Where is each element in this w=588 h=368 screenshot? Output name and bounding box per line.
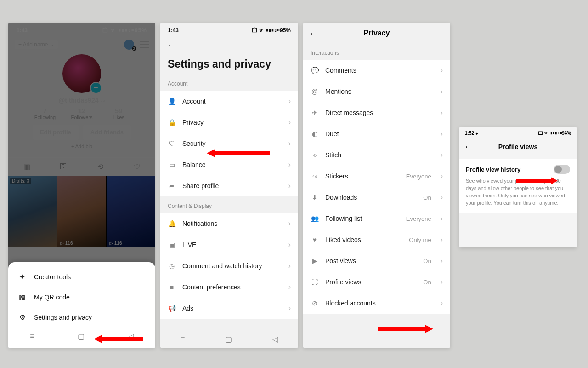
profile-tabs: ▥ ⚿ ⟲ ♡ xyxy=(8,157,155,176)
row-value: On xyxy=(423,258,431,264)
section-interactions-label: Interactions xyxy=(303,43,450,60)
edit-profile-button[interactable]: Edit profile xyxy=(33,125,79,140)
status-time: 1:43 xyxy=(17,27,28,34)
screen-privacy: ← Privacy Interactions 💬Comments› @Menti… xyxy=(303,23,450,348)
video-grid: Drafts: 3 ▷ 116 ▷ 116 xyxy=(8,176,155,247)
tab-private-icon[interactable]: ⚿ xyxy=(45,158,82,176)
row-following-list[interactable]: 👥Following listEveryone› xyxy=(303,208,450,229)
status-icons: ⏍ ᯤ ▮▯▮▯◧94% xyxy=(538,131,571,136)
chevron-right-icon: › xyxy=(441,66,443,75)
status-time: 1:43 xyxy=(168,27,179,34)
row-liked-videos[interactable]: ♥Liked videosOnly me› xyxy=(303,229,450,250)
clock-icon: ◷ xyxy=(168,262,176,270)
view-count: ▷ 116 xyxy=(109,241,122,246)
chevron-right-icon: › xyxy=(288,118,291,126)
footsteps-icon: ⛶ xyxy=(311,278,319,286)
row-ads[interactable]: 📢Ads› xyxy=(160,298,298,319)
person-icon: 👤 xyxy=(168,98,176,105)
row-direct-messages[interactable]: ✈Direct messages› xyxy=(303,102,450,123)
screen-profile-views: 1:52 ⬥ ⏍ ᯤ ▮▯▮▯◧94% ← Profile views Prof… xyxy=(459,127,577,247)
stat-followers[interactable]: 12 Followers xyxy=(63,107,100,120)
stat-likes[interactable]: 59 Likes xyxy=(100,107,137,120)
chevron-right-icon: › xyxy=(288,262,291,270)
back-button[interactable]: ← xyxy=(160,38,298,52)
comment-icon: 💬 xyxy=(311,67,319,74)
page-title: Privacy xyxy=(364,29,390,37)
row-stitch[interactable]: ⟐Stitch› xyxy=(303,144,450,166)
row-profile-views[interactable]: ⛶Profile viewsOn› xyxy=(303,271,450,293)
row-blocked[interactable]: ⊘Blocked accounts› xyxy=(303,293,450,314)
row-value: Only me xyxy=(409,236,431,243)
sheet-item-qr-code[interactable]: ▩ My QR code xyxy=(8,287,155,307)
chevron-right-icon: › xyxy=(441,172,443,180)
video-thumb[interactable]: ▷ 116 xyxy=(107,176,155,247)
nav-home-icon[interactable]: ▢ xyxy=(225,335,232,344)
video-thumb[interactable]: ▷ 116 xyxy=(57,176,106,247)
row-security[interactable]: 🛡Security› xyxy=(160,133,298,154)
tab-grid-icon[interactable]: ▥ xyxy=(8,158,45,176)
chevron-right-icon: › xyxy=(288,161,291,169)
username: @tithidas924 ▫▫ xyxy=(8,97,155,104)
status-bar: 1:43 ⏍ ᯤ ▮▯▮▯◧95% xyxy=(160,23,298,38)
profile-view-history-toggle[interactable] xyxy=(554,165,570,174)
chevron-right-icon: › xyxy=(288,139,291,148)
row-history[interactable]: ◷Comment and watch history› xyxy=(160,255,298,276)
chevron-right-icon: › xyxy=(441,299,443,307)
row-account[interactable]: 👤Account› xyxy=(160,91,298,112)
status-icons: ⏍ ᯤ ▮▯▮▯◧95% xyxy=(252,27,291,34)
lock-icon: 🔒 xyxy=(168,119,176,126)
row-duet[interactable]: ◐Duet› xyxy=(303,123,450,144)
nav-back-icon[interactable]: ◁ xyxy=(272,335,278,344)
sticker-icon: ☺ xyxy=(311,172,319,180)
chevron-right-icon: › xyxy=(288,241,291,249)
heart-icon: ♥ xyxy=(311,236,319,243)
nav-back-icon[interactable]: ◁ xyxy=(128,332,134,341)
section-account-label: Account xyxy=(160,74,298,91)
row-mentions[interactable]: @Mentions› xyxy=(303,81,450,102)
tab-repost-icon[interactable]: ⟲ xyxy=(82,158,119,176)
tab-liked-icon[interactable]: ♡ xyxy=(119,158,155,176)
sheet-item-settings[interactable]: ⚙ Settings and privacy xyxy=(8,307,155,328)
row-post-views[interactable]: ▶Post viewsOn› xyxy=(303,250,450,271)
row-content-pref[interactable]: ■Content preferences› xyxy=(160,276,298,298)
back-button[interactable]: ← xyxy=(309,28,318,39)
stats-row: 7 Following 12 Followers 59 Likes xyxy=(8,107,155,120)
back-button[interactable]: ← xyxy=(464,142,472,152)
nav-recent-icon[interactable]: ≡ xyxy=(181,335,185,343)
stat-following[interactable]: 7 Following xyxy=(27,107,63,120)
shield-icon: 🛡 xyxy=(168,140,176,147)
android-nav: ≡ ▢ ◁ xyxy=(160,330,298,348)
row-downloads[interactable]: ⬇DownloadsOn› xyxy=(303,187,450,208)
status-bar: 1:52 ⬥ ⏍ ᯤ ▮▯▮▯◧94% xyxy=(459,127,577,139)
sheet-label: My QR code xyxy=(34,293,70,301)
add-name-button[interactable]: + Add name ⌄ xyxy=(15,40,58,49)
blocked-icon: ⊘ xyxy=(311,299,319,307)
page-title: Profile views xyxy=(498,143,538,150)
add-friends-button[interactable]: Add friends xyxy=(83,125,131,140)
row-privacy[interactable]: 🔒Privacy› xyxy=(160,112,298,133)
people-icon: 👥 xyxy=(311,215,319,222)
row-share-profile[interactable]: ➦Share profile› xyxy=(160,175,298,196)
chevron-right-icon: › xyxy=(288,219,291,228)
toggle-label: Profile view history xyxy=(466,166,520,173)
duet-icon: ◐ xyxy=(311,130,319,138)
chevron-right-icon: › xyxy=(441,130,443,138)
menu-icon[interactable] xyxy=(140,41,149,48)
row-stickers[interactable]: ☺StickersEveryone› xyxy=(303,166,450,187)
row-live[interactable]: ▣LIVE› xyxy=(160,234,298,255)
row-notifications[interactable]: 🔔Notifications› xyxy=(160,213,298,234)
play-icon: ▶ xyxy=(311,257,319,264)
at-icon: @ xyxy=(311,88,319,95)
add-bio-button[interactable]: + Add bio xyxy=(8,144,155,149)
row-balance[interactable]: ▭Balance› xyxy=(160,154,298,175)
sheet-item-creator-tools[interactable]: ✦ Creator tools xyxy=(8,267,155,287)
chevron-right-icon: › xyxy=(441,151,443,159)
video-thumb[interactable]: Drafts: 3 xyxy=(8,176,57,247)
account-switcher-icon[interactable] xyxy=(124,40,134,50)
share-icon: ➦ xyxy=(168,182,176,190)
nav-recent-icon[interactable]: ≡ xyxy=(30,332,34,340)
avatar[interactable] xyxy=(62,54,101,93)
wallet-icon: ▭ xyxy=(168,161,176,168)
row-comments[interactable]: 💬Comments› xyxy=(303,60,450,81)
nav-home-icon[interactable]: ▢ xyxy=(78,332,85,341)
